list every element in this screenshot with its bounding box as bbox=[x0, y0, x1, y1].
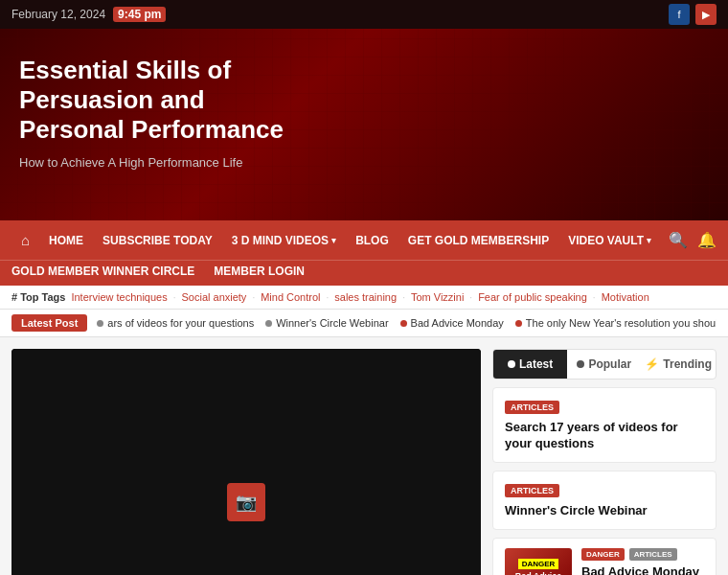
nav-blog-text: BLOG bbox=[355, 234, 389, 247]
tag-sep-3: · bbox=[327, 292, 330, 303]
tab-latest-label: Latest bbox=[519, 357, 553, 371]
tag-mind-control[interactable]: Mind Control bbox=[261, 291, 320, 303]
sidebar-posts: Latest Popular ⚡ Trending ARTICLES Searc… bbox=[492, 349, 717, 575]
featured-image: 📷 bbox=[11, 349, 481, 575]
nav-utility-icons: 🔍 🔔 bbox=[669, 231, 717, 249]
navigation-bar: ⌂ HOME SUBSCRIBE TODAY 3 D MIND VIDEOS ▾… bbox=[0, 220, 728, 260]
play-icon: 📷 bbox=[236, 492, 257, 513]
ticker-text-3: Bad Advice Monday bbox=[411, 317, 504, 329]
sidebar-card-search17: ARTICLES Search 17 years of videos for y… bbox=[492, 387, 717, 463]
ticker-content: ars of videos for your questions Winner'… bbox=[97, 317, 717, 329]
hero-subtitle: How to Achieve A High Performance Life bbox=[19, 155, 307, 170]
card2-badge: ARTICLES bbox=[505, 484, 559, 497]
home-icon: ⌂ bbox=[21, 232, 30, 248]
ticker-item-2[interactable]: Winner's Circle Webinar bbox=[265, 317, 388, 329]
hero-title: Essential Skills of Persuasion and Perso… bbox=[19, 56, 307, 146]
ticker-text-1: ars of videos for your questions bbox=[107, 317, 254, 329]
subnav-gold-text: GOLD MEMBER WINNER CIRCLE bbox=[11, 264, 194, 278]
nav-subscribe-text: SUBSCRIBE TODAY bbox=[102, 234, 213, 247]
tag-sep-2: · bbox=[252, 292, 255, 303]
bad-advice-thumb-text: Bad AdviceAhead bbox=[515, 571, 562, 575]
dot-icon-2 bbox=[265, 320, 272, 327]
card3-articles-badge: ARTICLES bbox=[629, 548, 677, 561]
ticker-item-4[interactable]: The only New Year's resolution you shoul… bbox=[515, 317, 717, 329]
nav-mindvideos[interactable]: 3 D MIND VIDEOS ▾ bbox=[222, 222, 346, 259]
dot-icon-popular bbox=[577, 360, 584, 368]
dot-icon-4 bbox=[515, 320, 522, 327]
youtube-icon[interactable]: ▶ bbox=[695, 4, 717, 25]
content-tabs: Latest Popular ⚡ Trending bbox=[492, 349, 717, 380]
social-icons: f ▶ bbox=[669, 4, 717, 25]
play-button[interactable]: 📷 bbox=[227, 483, 265, 521]
tag-sep-5: · bbox=[469, 292, 472, 303]
card3-title[interactable]: Bad Advice Monday bbox=[581, 564, 704, 575]
lightning-icon: ⚡ bbox=[645, 357, 659, 371]
nav-blog[interactable]: BLOG bbox=[346, 222, 398, 259]
latest-post-label: Latest Post bbox=[11, 314, 87, 332]
top-bar-left: February 12, 2024 9:45 pm bbox=[11, 7, 166, 22]
notification-icon[interactable]: 🔔 bbox=[697, 231, 717, 249]
top-bar: February 12, 2024 9:45 pm f ▶ bbox=[0, 0, 728, 29]
ticker-text-4: The only New Year's resolution you shoul… bbox=[526, 317, 717, 329]
main-content: 📷 ARTICLES Search 17 years of videos for… bbox=[0, 337, 728, 575]
sidebar-card-badadvice: DANGER Bad AdviceAhead DANGER ARTICLES B… bbox=[492, 538, 717, 575]
tag-tom[interactable]: Tom Vizzini bbox=[411, 291, 464, 303]
sub-navigation: GOLD MEMBER WINNER CIRCLE MEMBER LOGIN bbox=[0, 260, 728, 286]
card1-badge: ARTICLES bbox=[505, 401, 559, 414]
time-badge: 9:45 pm bbox=[113, 7, 166, 22]
hero-content: Essential Skills of Persuasion and Perso… bbox=[19, 56, 307, 170]
tab-latest[interactable]: Latest bbox=[493, 350, 567, 379]
dot-icon-3 bbox=[400, 320, 407, 327]
card1-title[interactable]: Search 17 years of videos for your quest… bbox=[505, 420, 704, 452]
tag-sep-1: · bbox=[173, 292, 176, 303]
card2-title[interactable]: Winner's Circle Webinar bbox=[505, 503, 704, 519]
subnav-login-text: MEMBER LOGIN bbox=[214, 264, 305, 278]
subnav-gold-winner[interactable]: GOLD MEMBER WINNER CIRCLE bbox=[11, 264, 194, 278]
hero-section: Essential Skills of Persuasion and Perso… bbox=[0, 29, 728, 220]
tab-popular[interactable]: Popular bbox=[567, 350, 641, 379]
tag-interview[interactable]: Interview techniques bbox=[71, 291, 167, 303]
tag-motivation[interactable]: Motivation bbox=[602, 291, 649, 303]
tab-trending[interactable]: ⚡ Trending bbox=[641, 350, 716, 379]
sidebar-card-winners: ARTICLES Winner's Circle Webinar bbox=[492, 471, 717, 530]
danger-thumb-image: DANGER Bad AdviceAhead bbox=[505, 548, 572, 575]
tags-bar: # Top Tags Interview techniques · Social… bbox=[0, 286, 728, 310]
nav-gold[interactable]: GET GOLD MEMBERSHIP bbox=[398, 222, 558, 259]
ticker-item-1[interactable]: ars of videos for your questions bbox=[97, 317, 254, 329]
facebook-icon[interactable]: f bbox=[669, 4, 690, 25]
card3-badges: DANGER ARTICLES bbox=[581, 548, 704, 561]
chevron-down-icon-2: ▾ bbox=[647, 236, 651, 245]
latest-post-ticker: Latest Post ars of videos for your quest… bbox=[0, 310, 728, 337]
nav-gold-text: GET GOLD MEMBERSHIP bbox=[408, 234, 549, 247]
nav-mindvideos-text: 3 D MIND VIDEOS bbox=[232, 234, 329, 247]
ticker-item-3[interactable]: Bad Advice Monday bbox=[400, 317, 504, 329]
tag-sep-4: · bbox=[402, 292, 405, 303]
featured-post: 📷 ARTICLES Search 17 years of videos for… bbox=[11, 349, 481, 575]
tab-trending-label: Trending bbox=[663, 357, 712, 371]
ticker-text-2: Winner's Circle Webinar bbox=[276, 317, 388, 329]
search-icon[interactable]: 🔍 bbox=[669, 231, 688, 249]
top-tags-label: # Top Tags bbox=[11, 291, 65, 303]
tag-fear[interactable]: Fear of public speaking bbox=[478, 291, 587, 303]
card3-danger-badge: DANGER bbox=[581, 548, 625, 561]
tag-sales[interactable]: sales training bbox=[334, 291, 397, 303]
nav-home-text: HOME bbox=[49, 234, 83, 247]
tab-popular-label: Popular bbox=[588, 357, 631, 371]
tag-social-anxiety[interactable]: Social anxiety bbox=[182, 291, 247, 303]
card3-text: DANGER ARTICLES Bad Advice Monday bbox=[581, 548, 704, 575]
nav-home-label[interactable]: HOME bbox=[39, 222, 93, 259]
nav-vault[interactable]: VIDEO VAULT ▾ bbox=[558, 222, 661, 259]
subnav-member-login[interactable]: MEMBER LOGIN bbox=[214, 264, 305, 278]
card3-thumb: DANGER Bad AdviceAhead bbox=[505, 548, 572, 575]
date-display: February 12, 2024 bbox=[11, 8, 105, 21]
nav-home[interactable]: ⌂ bbox=[11, 220, 39, 260]
danger-label: DANGER bbox=[518, 559, 559, 569]
chevron-down-icon: ▾ bbox=[331, 236, 336, 245]
nav-vault-text: VIDEO VAULT bbox=[568, 234, 644, 247]
card3-inner: DANGER Bad AdviceAhead DANGER ARTICLES B… bbox=[505, 548, 704, 575]
dot-icon-1 bbox=[97, 320, 103, 327]
dot-icon bbox=[508, 360, 515, 368]
nav-subscribe[interactable]: SUBSCRIBE TODAY bbox=[93, 222, 222, 259]
tag-sep-6: · bbox=[593, 292, 596, 303]
